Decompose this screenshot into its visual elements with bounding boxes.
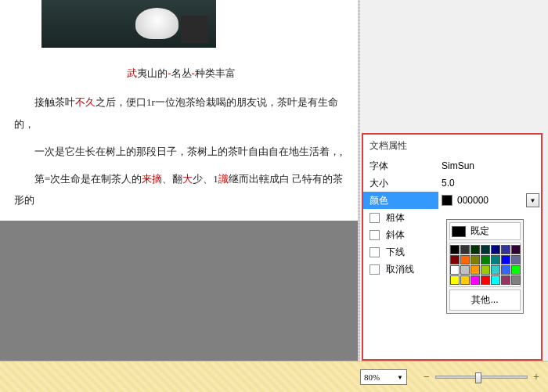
chevron-down-icon: ▼ — [397, 374, 403, 381]
zoom-select[interactable]: 80% ▼ — [360, 369, 407, 385]
color-cell[interactable] — [481, 265, 490, 275]
color-cell[interactable] — [460, 255, 470, 264]
title-frag: 夷山的 — [137, 67, 168, 79]
paragraph: 接触茶叶不久之后，便口1r一位泡茶给栽喝的朋友说，茶叶是有生命的， — [14, 92, 348, 135]
tea-photo — [41, 0, 216, 48]
color-cell[interactable] — [491, 245, 500, 254]
title-frag: 种类丰富 — [195, 67, 236, 79]
prop-font[interactable]: 字体 SimSun — [363, 157, 541, 174]
color-cell[interactable] — [460, 245, 470, 254]
color-cell[interactable] — [501, 245, 510, 254]
panel-title: 文档属性 — [363, 135, 541, 157]
color-cell[interactable] — [511, 275, 521, 285]
color-cell[interactable] — [470, 245, 480, 254]
color-cell[interactable] — [450, 265, 460, 275]
color-default[interactable]: 既定 — [449, 222, 521, 240]
prop-label: 下线 — [386, 246, 405, 259]
doc-title: 武夷山的-名丛-种类丰富 — [14, 63, 348, 84]
prop-color[interactable]: 颜色 000000 ▼ — [363, 192, 541, 209]
color-cell[interactable] — [450, 255, 460, 264]
color-swatch — [442, 195, 452, 206]
default-label: 既定 — [470, 225, 489, 238]
color-cell[interactable] — [491, 265, 500, 275]
color-cell[interactable] — [481, 275, 490, 285]
color-cell[interactable] — [470, 275, 480, 285]
checkbox[interactable] — [370, 213, 380, 223]
zoom-value: 80% — [364, 372, 380, 382]
prop-label: 取消线 — [386, 263, 414, 276]
zoom-out-icon[interactable]: − — [423, 371, 431, 383]
color-cell[interactable] — [481, 245, 490, 254]
color-cell[interactable] — [481, 255, 490, 264]
prop-value: 000000 ▼ — [438, 192, 541, 209]
title-frag: 武 — [127, 67, 137, 79]
color-cell[interactable] — [491, 255, 500, 264]
paragraph: 一次是它生长在树上的那段日子，茶树上的茶叶自由自在地生活着，, — [14, 141, 348, 162]
color-cell[interactable] — [501, 265, 510, 275]
default-swatch — [452, 226, 466, 237]
color-grid — [449, 243, 521, 287]
prop-label: 斜体 — [386, 228, 405, 242]
prop-label: 大小 — [363, 177, 438, 190]
vertical-scrollbar[interactable] — [358, 0, 360, 361]
color-cell[interactable] — [460, 265, 470, 275]
dropdown-button[interactable]: ▼ — [526, 193, 539, 207]
zoom-slider[interactable]: − + — [423, 371, 540, 383]
color-cell[interactable] — [470, 265, 480, 275]
prop-size[interactable]: 大小 5.0 — [363, 174, 541, 192]
checkbox[interactable] — [370, 247, 380, 257]
paragraph: 第=次生命是在制茶人的来摘、翻大少、1識继而出轄成白 己特有的茶形的 — [14, 168, 348, 211]
color-cell[interactable] — [460, 275, 470, 285]
color-hex: 000000 — [457, 195, 489, 206]
prop-label: 字体 — [363, 160, 438, 173]
color-picker-popup: 既定 其他... — [446, 219, 524, 314]
color-cell[interactable] — [501, 275, 510, 285]
color-cell[interactable] — [491, 275, 500, 285]
prop-value: SimSun — [438, 160, 541, 171]
color-cell[interactable] — [511, 265, 521, 275]
status-bar: 80% ▼ − + — [0, 361, 548, 392]
color-cell[interactable] — [450, 245, 460, 254]
checkbox[interactable] — [370, 230, 380, 240]
canvas-margin — [0, 221, 358, 361]
prop-label: 粗体 — [386, 211, 405, 225]
zoom-in-icon[interactable]: + — [532, 371, 540, 383]
checkbox[interactable] — [370, 264, 380, 275]
color-other-button[interactable]: 其他... — [449, 290, 521, 311]
color-cell[interactable] — [511, 245, 521, 254]
slider-track[interactable] — [435, 376, 528, 379]
color-cell[interactable] — [450, 275, 460, 285]
color-cell[interactable] — [511, 255, 521, 264]
document-canvas: 武夷山的-名丛-种类丰富 接触茶叶不久之后，便口1r一位泡茶给栽喝的朋友说，茶叶… — [0, 0, 358, 361]
color-cell[interactable] — [501, 255, 510, 264]
prop-label: 颜色 — [363, 194, 438, 207]
title-frag: 名丛 — [171, 67, 192, 79]
color-cell[interactable] — [470, 255, 480, 264]
slider-thumb[interactable] — [475, 372, 481, 383]
prop-value: 5.0 — [438, 178, 541, 189]
